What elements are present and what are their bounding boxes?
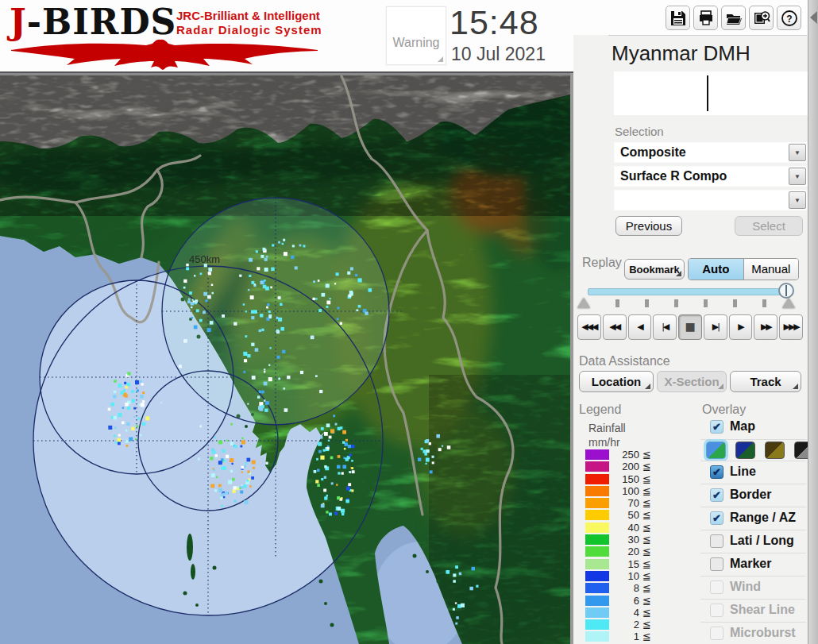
legend-row: 100≦ bbox=[585, 485, 681, 497]
lati-long-checkbox[interactable] bbox=[710, 534, 723, 548]
legend-value: 6 bbox=[611, 595, 639, 607]
site-title: Myanmar DMH bbox=[612, 41, 750, 66]
save-button[interactable] bbox=[666, 6, 690, 30]
control-panel: ? Myanmar DMH Selection Composite ▼ Surf… bbox=[573, 0, 808, 644]
open-button[interactable] bbox=[721, 6, 746, 30]
chevron-down-icon[interactable]: ▼ bbox=[789, 144, 806, 161]
eagle-icon bbox=[10, 38, 319, 70]
slider-left-end-marker[interactable] bbox=[577, 298, 590, 308]
button-label: Location bbox=[592, 375, 642, 388]
selection-label: Selection bbox=[615, 125, 664, 138]
legend-color-swatch bbox=[585, 619, 609, 630]
play-button[interactable]: ▶ bbox=[729, 314, 753, 340]
slider-right-end-marker[interactable] bbox=[782, 298, 795, 308]
text-cursor bbox=[707, 75, 708, 111]
capture-button[interactable] bbox=[749, 6, 774, 30]
rewind-button[interactable]: ◀◀ bbox=[603, 314, 627, 340]
bookmark-button[interactable]: Bookmark bbox=[624, 259, 685, 280]
dropdown-product[interactable]: Surface R Compo ▼ bbox=[614, 166, 808, 187]
legend-color-swatch bbox=[585, 583, 609, 593]
replay-slider-track[interactable] bbox=[588, 288, 793, 295]
step-forward-button[interactable]: ▶| bbox=[704, 314, 727, 340]
step-back-button[interactable]: |◀ bbox=[653, 314, 677, 340]
legend-row: 50≦ bbox=[585, 509, 681, 521]
data-assistance-label: Data Assistance bbox=[579, 354, 670, 368]
legend-label: Legend bbox=[579, 403, 621, 417]
auto-button[interactable]: Auto bbox=[689, 259, 744, 280]
menu-corner-icon bbox=[645, 384, 650, 389]
menu-corner-icon bbox=[676, 271, 681, 276]
legend-color-swatch bbox=[585, 631, 609, 642]
map-checkbox[interactable]: ✔ bbox=[710, 420, 723, 434]
warning-panel[interactable]: Warning bbox=[386, 6, 446, 65]
svg-text:?: ? bbox=[786, 13, 792, 25]
dropdown-extra[interactable]: ▼ bbox=[614, 190, 808, 210]
manual-button[interactable]: Manual bbox=[744, 259, 799, 280]
legend-row: 150≦ bbox=[585, 473, 681, 485]
legend-row: 1≦ bbox=[585, 631, 681, 642]
button-label: X-Section bbox=[664, 375, 719, 388]
marker-checkbox[interactable] bbox=[710, 557, 723, 571]
previous-button[interactable]: Previous bbox=[615, 216, 682, 236]
legend-value: 15 bbox=[611, 558, 639, 570]
map-style-dark-swatch[interactable] bbox=[735, 442, 755, 459]
overlay-item-label: Border bbox=[730, 488, 771, 502]
legend-color-swatch bbox=[585, 596, 609, 606]
overlay-item-label: Map bbox=[730, 419, 755, 434]
radar-map[interactable]: 450km bbox=[0, 71, 573, 644]
map-frame-top bbox=[0, 73, 573, 75]
menu-corner-icon bbox=[718, 384, 723, 389]
map-style-swatches bbox=[700, 439, 806, 461]
chevron-down-icon[interactable]: ▼ bbox=[789, 168, 806, 185]
legend-value: 1 bbox=[611, 631, 639, 642]
legend-suffix: ≦ bbox=[642, 582, 651, 594]
legend-row: 250≦ bbox=[585, 449, 681, 461]
reverse-play-button[interactable]: ◀ bbox=[628, 314, 652, 340]
overlay-item-label: Microburst bbox=[730, 626, 796, 640]
overlay-label: Overlay bbox=[702, 403, 746, 417]
replay-slider-handle[interactable] bbox=[778, 283, 794, 299]
jbirds-app: J-BIRDS JRC-Brilliant & Intelligent Rada… bbox=[0, 0, 818, 644]
logo-tagline-2: Radar Dialogic System bbox=[176, 23, 322, 37]
replay-label: Replay bbox=[582, 256, 622, 270]
warning-label: Warning bbox=[387, 36, 446, 50]
legend-value: 2 bbox=[611, 619, 639, 631]
replay-mode-toggle: Auto Manual bbox=[688, 258, 799, 280]
menu-corner-icon bbox=[793, 384, 798, 389]
overlay-row-range-az: ✔Range / AZ bbox=[700, 507, 806, 530]
line-checkbox[interactable]: ✔ bbox=[710, 465, 723, 479]
legend-value: 200 bbox=[611, 461, 639, 472]
location-button[interactable]: Location bbox=[579, 371, 654, 392]
overlay-row-line: ✔Line bbox=[700, 461, 806, 484]
overlay-item-label: Wind bbox=[730, 580, 761, 594]
legend-suffix: ≦ bbox=[642, 631, 651, 642]
help-button[interactable]: ? bbox=[777, 6, 801, 30]
collapse-panel-icon[interactable] bbox=[810, 11, 817, 24]
legend-row: 10≦ bbox=[585, 570, 681, 582]
overlay-item-label: Lati / Long bbox=[730, 534, 794, 548]
legend-color-swatch bbox=[585, 449, 609, 460]
fast-rewind-button[interactable]: ◀◀◀ bbox=[577, 314, 601, 340]
dropdown-composite[interactable]: Composite ▼ bbox=[614, 142, 808, 163]
overlay-item-label: Marker bbox=[730, 557, 771, 571]
range-az-checkbox[interactable]: ✔ bbox=[710, 511, 723, 525]
microburst-checkbox bbox=[710, 627, 723, 640]
fast-forward-button[interactable]: ▶▶ bbox=[754, 314, 777, 340]
stop-button[interactable]: ■ bbox=[678, 314, 702, 340]
button-label: Track bbox=[750, 375, 781, 388]
legend-color-swatch bbox=[585, 607, 609, 618]
chevron-down-icon[interactable]: ▼ bbox=[789, 191, 806, 209]
map-style-terrain-swatch[interactable] bbox=[706, 442, 726, 459]
map-style-olive-swatch[interactable] bbox=[765, 442, 785, 459]
slider-tick bbox=[762, 299, 766, 307]
panel-edge-strip[interactable] bbox=[808, 0, 818, 644]
print-button[interactable] bbox=[693, 6, 718, 30]
status-display-box[interactable] bbox=[614, 71, 808, 115]
track-button[interactable]: Track bbox=[730, 371, 801, 392]
legend-suffix: ≦ bbox=[642, 546, 651, 557]
legend-unit-2: mm/hr bbox=[588, 436, 620, 449]
legend-color-swatch bbox=[585, 461, 609, 472]
fastest-forward-button[interactable]: ▶▶▶ bbox=[779, 314, 803, 340]
border-checkbox[interactable]: ✔ bbox=[710, 488, 723, 502]
logo-tagline-1: JRC-Brilliant & Intelligent bbox=[176, 9, 320, 22]
